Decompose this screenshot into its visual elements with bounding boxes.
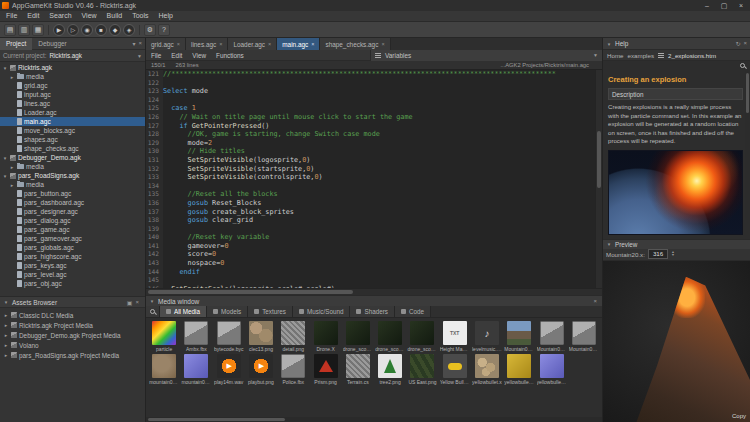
- preview-3d-view[interactable]: Copy: [603, 261, 750, 422]
- breadcrumb-home[interactable]: Home: [607, 52, 624, 59]
- close-icon[interactable]: ×: [268, 41, 271, 47]
- tree-item-pars-designer-agc[interactable]: pars_designer.agc: [0, 207, 145, 216]
- media-item[interactable]: Ambx.fbx: [180, 320, 212, 353]
- variables-panel-header[interactable]: Variables▼: [370, 50, 602, 61]
- menu-search[interactable]: Search: [44, 11, 76, 21]
- search-icon[interactable]: [740, 63, 745, 68]
- copy-button[interactable]: Copy: [732, 413, 746, 419]
- code-line[interactable]: 136 gosub Reset_Blocks: [146, 199, 602, 208]
- close-icon[interactable]: ×: [138, 40, 142, 47]
- save-file-button[interactable]: ▦: [32, 24, 44, 36]
- menu-icon[interactable]: [658, 53, 664, 58]
- media-item[interactable]: drone_scout_t_n.png: [406, 320, 438, 353]
- media-tab-models[interactable]: Models: [207, 306, 248, 317]
- media-item[interactable]: drone_scout_d_1.png: [342, 320, 374, 353]
- tree-item-pars-dashboard-agc[interactable]: pars_dashboard.agc: [0, 198, 145, 207]
- media-item[interactable]: playbut.png: [245, 353, 277, 386]
- media-search-button[interactable]: [146, 306, 160, 317]
- minimize-button[interactable]: –: [700, 0, 714, 11]
- media-item[interactable]: mountain01_nor.png: [180, 353, 212, 386]
- scrollbar-thumb[interactable]: [148, 418, 285, 421]
- tree-item-pars-obj-agc[interactable]: pars_obj.agc: [0, 279, 145, 288]
- close-icon[interactable]: ×: [219, 41, 222, 47]
- code-line[interactable]: 144 endif: [146, 268, 602, 277]
- close-icon[interactable]: ×: [177, 41, 180, 47]
- tree-item-shape-checks-agc[interactable]: shape_checks.agc: [0, 144, 145, 153]
- dock-icon[interactable]: ▣: [127, 299, 133, 306]
- tree-item-loader-agc[interactable]: Loader.agc: [0, 108, 145, 117]
- media-item[interactable]: yellowbullet.x: [471, 353, 503, 386]
- open-project-button[interactable]: ▥: [18, 24, 30, 36]
- code-line[interactable]: 143 nospace=0: [146, 259, 602, 268]
- menu-file[interactable]: File: [1, 11, 22, 21]
- tree-item-pars-level-agc[interactable]: pars_level.agc: [0, 270, 145, 279]
- menu-edit[interactable]: Edit: [22, 11, 44, 21]
- export-button[interactable]: ◈: [123, 24, 135, 36]
- tree-item-pars-game-agc[interactable]: pars_game.agc: [0, 225, 145, 234]
- tab-debugger[interactable]: Debugger: [32, 38, 73, 50]
- tree-item-input-agc[interactable]: input.agc: [0, 90, 145, 99]
- stop-button[interactable]: ■: [95, 24, 107, 36]
- tree-item-pars-dialog-agc[interactable]: pars_dialog.agc: [0, 216, 145, 225]
- editor-menu-functions[interactable]: Functions: [211, 52, 249, 59]
- help-vertical-scrollbar[interactable]: [745, 70, 750, 220]
- settings-button[interactable]: ⚙: [144, 24, 156, 36]
- tree-item-media[interactable]: ▸media: [0, 72, 145, 81]
- scrollbar-thumb[interactable]: [597, 131, 601, 188]
- breadcrumb-examples[interactable]: examples: [628, 52, 654, 59]
- media-horizontal-scrollbar[interactable]: [146, 417, 602, 422]
- chevron-down-icon[interactable]: ▾: [606, 241, 612, 247]
- editor-tab-grid-agc[interactable]: grid.agc×: [146, 38, 186, 50]
- tree-item-media[interactable]: ▸media: [0, 162, 145, 171]
- code-line[interactable]: 139: [146, 225, 602, 234]
- media-tab-music-sound[interactable]: Music/Sound: [293, 306, 350, 317]
- asset-item-pars-roadsigns-agk-project-media[interactable]: ▸pars_RoadSigns.agk Project Media: [0, 350, 145, 360]
- chevron-down-icon[interactable]: ▾: [606, 41, 612, 47]
- menu-tools[interactable]: Tools: [127, 11, 153, 21]
- tree-item-pars-highscore-agc[interactable]: pars_highscore.agc: [0, 252, 145, 261]
- editor-menu-edit[interactable]: Edit: [166, 52, 187, 59]
- media-item[interactable]: Prism.png: [309, 353, 341, 386]
- editor-tab-lines-agc[interactable]: lines.agc×: [186, 38, 228, 50]
- media-item[interactable]: yellowbullet_D.png: [503, 353, 535, 386]
- code-line[interactable]: 129 mode=2: [146, 139, 602, 148]
- media-item[interactable]: Yellow Bullet.png: [439, 353, 471, 386]
- tree-item-ricktris-agk[interactable]: ▾Ricktris.agk: [0, 63, 145, 72]
- media-item[interactable]: Height Maps Readme.txt: [439, 320, 471, 353]
- tree-item-main-agc[interactable]: main.agc: [0, 117, 145, 126]
- chevron-down-icon[interactable]: ▼: [137, 53, 142, 59]
- code-line[interactable]: 126 // Wait on title page until mouse cl…: [146, 113, 602, 122]
- code-editor[interactable]: 121//***********************************…: [146, 70, 602, 288]
- asset-item-ricktris-agk-project-media[interactable]: ▸Ricktris.agk Project Media: [0, 320, 145, 330]
- code-line[interactable]: 135 //Reset all the blocks: [146, 190, 602, 199]
- media-item[interactable]: play14m.wav: [213, 353, 245, 386]
- tree-item-pars-gameover-agc[interactable]: pars_gameover.agc: [0, 234, 145, 243]
- stepper-down-icon[interactable]: ▼: [671, 254, 674, 258]
- asset-item-classic-dlc-media[interactable]: ▸Classic DLC Media: [0, 310, 145, 320]
- close-button[interactable]: ×: [734, 0, 748, 11]
- tree-item-shapes-agc[interactable]: shapes.agc: [0, 135, 145, 144]
- media-item[interactable]: Police.fbx: [277, 353, 309, 386]
- close-icon[interactable]: ×: [381, 41, 384, 47]
- media-item[interactable]: tree2.png: [374, 353, 406, 386]
- scrollbar-thumb[interactable]: [148, 290, 353, 294]
- tree-item-lines-agc[interactable]: lines.agc: [0, 99, 145, 108]
- editor-menu-view[interactable]: View: [187, 52, 211, 59]
- media-item[interactable]: Terrain.cs: [342, 353, 374, 386]
- media-item[interactable]: Mountain01.fbx: [568, 320, 600, 353]
- code-line[interactable]: 132 SetSpriteVisible(startsprite,0): [146, 165, 602, 174]
- tab-project[interactable]: Project: [0, 38, 32, 50]
- media-item[interactable]: yellowbullet_N.png: [535, 353, 567, 386]
- tree-item-grid-agc[interactable]: grid.agc: [0, 81, 145, 90]
- tree-item-pars-keys-agc[interactable]: pars_keys.agc: [0, 261, 145, 270]
- chevron-down-icon[interactable]: ▾: [3, 299, 9, 305]
- code-line[interactable]: 134: [146, 182, 602, 191]
- media-item[interactable]: Mountain01.dbo: [535, 320, 567, 353]
- refresh-icon[interactable]: ↻: [735, 40, 740, 47]
- media-item[interactable]: levelmusic.ogg: [471, 320, 503, 353]
- run-button[interactable]: ▶: [53, 24, 65, 36]
- scrollbar-thumb[interactable]: [746, 73, 749, 113]
- editor-tab-main-agc[interactable]: main.agc×: [277, 38, 320, 50]
- media-item[interactable]: mountain01_col.png: [148, 353, 180, 386]
- editor-vertical-scrollbar[interactable]: [595, 70, 602, 288]
